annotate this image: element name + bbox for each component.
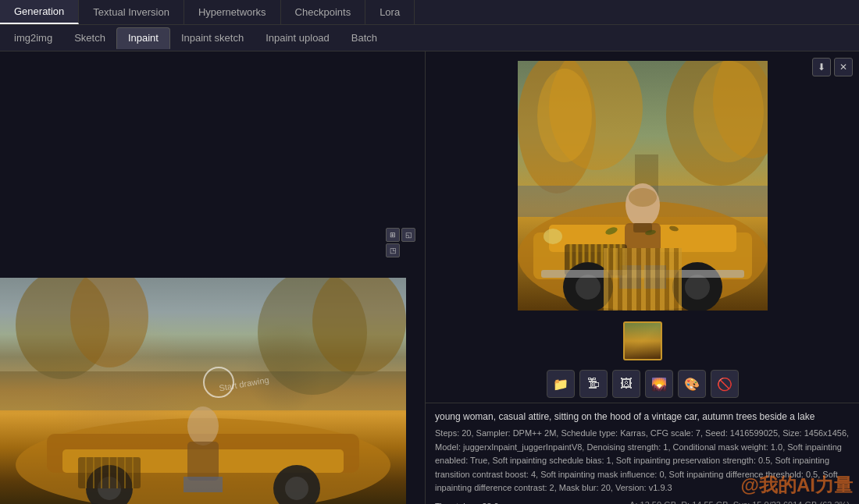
tab-lora[interactable]: Lora [365,0,415,24]
paint-icon: 🎨 [684,377,700,392]
thumbnail-1[interactable] [623,321,662,360]
svg-point-15 [285,477,308,500]
svg-point-30 [537,69,592,162]
canvas-toolbar: ⊞ ◱ ◳ [386,228,415,257]
sub-navigation: img2img Sketch Inpaint Inpaint sketch In… [0,25,859,51]
action-buttons-row: 📁 🗜 🖼 🌄 🎨 🚫 [426,365,859,403]
tab-img2img[interactable]: img2img [3,27,63,49]
image-save-icon: 🖼 [620,377,633,391]
thumbnail-strip [426,317,859,365]
folder-icon: 📁 [553,377,569,392]
tab-sketch[interactable]: Sketch [63,27,116,49]
svg-point-41 [629,188,657,207]
output-image [518,61,768,311]
info-area: young woman, casual attire, sitting on t… [426,403,859,504]
tab-inpaint-upload[interactable]: Inpaint upload [255,27,340,49]
brush-cursor [203,367,234,398]
svg-point-57 [544,229,562,244]
download-button[interactable]: ⬇ [812,58,831,76]
output-svg [518,61,768,311]
svg-rect-58 [541,270,744,278]
save-image-button[interactable]: 🖼 [612,370,640,398]
tab-checkpoints[interactable]: Checkpoints [281,0,366,24]
svg-rect-11 [184,477,223,492]
left-panel: ⊞ ◱ ◳ Start drawing [0,51,426,504]
zip-icon: 🗜 [587,377,600,391]
canvas-tool-grid[interactable]: ◱ [401,228,415,242]
canvas-toolbar-row-1: ⊞ ◱ [386,228,415,242]
input-image [0,278,406,504]
svg-point-54 [576,275,601,300]
right-panel: ⬇ ✕ [426,51,859,504]
no-bg-icon: 🚫 [717,377,732,392]
canvas-toolbar-row-2: ◳ [386,243,415,257]
prompt-text: young woman, casual attire, sitting on t… [435,410,850,424]
svg-rect-40 [644,265,666,289]
canvas-tool-resize[interactable]: ◳ [386,243,400,257]
canvas-tool-expand[interactable]: ⊞ [386,228,400,242]
tab-inpaint-sketch[interactable]: Inpaint sketch [170,27,255,49]
output-image-container [518,61,768,311]
output-area: ⬇ ✕ [426,51,859,317]
photo-svg [0,278,406,504]
svg-rect-10 [187,442,219,481]
svg-point-56 [685,275,710,300]
send-extras-button[interactable]: 🌄 [645,370,673,398]
open-folder-button[interactable]: 📁 [547,370,575,398]
tab-inpaint[interactable]: Inpaint [116,27,170,49]
output-actions: ⬇ ✕ [812,58,853,76]
tab-textual-inversion[interactable]: Textual Inversion [79,0,184,24]
top-navigation: Generation Textual Inversion Hypernetwor… [0,0,859,25]
send-inpaint-button[interactable]: 🎨 [678,370,706,398]
close-output-button[interactable]: ✕ [834,58,853,76]
canvas-area[interactable]: ⊞ ◱ ◳ Start drawing [0,51,425,504]
svg-point-9 [187,406,219,445]
tab-generation[interactable]: Generation [0,0,79,24]
svg-rect-39 [619,265,641,289]
tab-hypernetworks[interactable]: Hypernetworks [184,0,281,24]
send-extras-icon: 🌄 [651,377,667,392]
params-text: Steps: 20, Sampler: DPM++ 2M, Schedule t… [435,427,850,495]
svg-point-31 [693,61,764,162]
main-layout: ⊞ ◱ ◳ Start drawing ⬇ [0,51,859,504]
time-taken: Time taken: 28.0 sec. [435,500,517,504]
memory-info: A: 13.50 GB, R: 14.55 GB, Sys: 15.0/23.6… [629,499,850,504]
remove-bg-button[interactable]: 🚫 [711,370,739,398]
save-zip-button[interactable]: 🗜 [579,370,608,398]
tab-batch[interactable]: Batch [340,27,388,49]
